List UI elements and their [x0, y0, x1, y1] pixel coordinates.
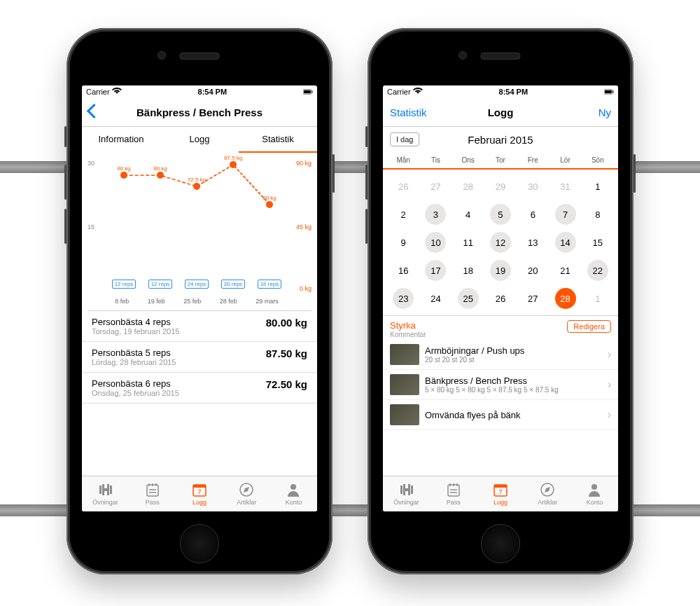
calendar-day[interactable]: 1	[582, 284, 614, 312]
tab-logg[interactable]: 7Logg	[477, 476, 524, 511]
dumbbell-icon	[398, 483, 415, 497]
tab-konto[interactable]: Konto	[571, 476, 618, 511]
calendar-day[interactable]: 21	[549, 256, 581, 284]
exercise-row[interactable]: Armböjningar / Push ups20 st 20 st 20 st…	[383, 340, 618, 370]
calendar-day[interactable]: 29	[484, 172, 517, 200]
exercise-thumbnail	[390, 374, 419, 395]
tab-logg[interactable]: 7Logg	[176, 476, 223, 511]
calendar-day[interactable]: 28	[549, 284, 581, 312]
nav-bar: Bänkpress / Bench Press	[82, 98, 317, 127]
tab-artiklar[interactable]: Artiklar	[524, 476, 571, 511]
calendar-grid[interactable]: 2627282930311234567891011121314151617181…	[383, 170, 618, 316]
svg-rect-7	[104, 488, 107, 491]
person-icon	[286, 483, 300, 497]
calendar-day[interactable]: 12	[484, 228, 517, 256]
phone-left: Carrier 8:54 PM Bänkpress / Bench Press …	[66, 28, 332, 574]
tab-pass[interactable]: Pass	[430, 476, 477, 511]
calendar-day[interactable]: 23	[387, 284, 419, 312]
exercise-row[interactable]: Omvända flyes på bänk ›	[383, 400, 618, 430]
calendar-day[interactable]: 11	[452, 228, 484, 256]
nav-statistik-link[interactable]: Statistik	[390, 106, 427, 118]
calendar-day[interactable]: 26	[484, 284, 517, 312]
svg-rect-5	[107, 484, 109, 495]
status-bar: Carrier 8:54 PM	[383, 85, 618, 98]
svg-rect-18	[403, 484, 405, 495]
svg-rect-2	[312, 90, 312, 92]
home-button[interactable]	[481, 524, 520, 563]
notepad-icon	[145, 483, 160, 497]
tab-ovningar[interactable]: Övningar	[82, 476, 129, 511]
calendar-day[interactable]: 3	[419, 200, 451, 228]
svg-rect-6	[110, 486, 112, 494]
calendar-day[interactable]: 22	[582, 256, 614, 284]
calendar-day[interactable]: 26	[387, 172, 419, 200]
tab-bar: Övningar Pass 7Logg Artiklar Konto	[383, 476, 618, 511]
calendar-day[interactable]: 1	[582, 172, 614, 200]
tab-pass[interactable]: Pass	[129, 476, 176, 511]
svg-rect-22	[448, 485, 459, 496]
calendar-day[interactable]: 20	[517, 256, 549, 284]
calendar-day[interactable]: 17	[419, 256, 451, 284]
svg-rect-3	[99, 486, 102, 494]
calendar-day[interactable]: 18	[452, 256, 484, 284]
tab-ovningar[interactable]: Övningar	[383, 476, 430, 511]
tab-logg[interactable]: Logg	[160, 127, 239, 153]
calendar-day[interactable]: 31	[549, 172, 581, 200]
page-title: Bänkpress / Bench Press	[82, 106, 317, 118]
edit-button[interactable]: Redigera	[567, 320, 611, 333]
svg-text:7: 7	[498, 488, 502, 495]
nav-bar: Statistik Logg Ny	[383, 98, 618, 127]
nav-ny-button[interactable]: Ny	[598, 106, 611, 118]
battery-icon	[604, 88, 614, 95]
day-of-week-row: MånTisOnsTorFreLörSön	[383, 152, 618, 170]
personal-best-row[interactable]: Personbästa 5 repsLördag, 28 februari 20…	[82, 342, 317, 373]
tab-statistik[interactable]: Statistik	[239, 127, 317, 153]
chevron-left-icon	[87, 104, 102, 118]
exercise-row[interactable]: Bänkpress / Bench Press5 × 80 kg 5 × 80 …	[383, 370, 618, 400]
calendar-day[interactable]: 8	[582, 200, 614, 228]
wifi-icon	[413, 88, 423, 95]
back-button[interactable]	[89, 106, 99, 118]
calendar-day[interactable]: 25	[452, 284, 484, 312]
month-title: Februari 2015	[383, 134, 618, 146]
tab-information[interactable]: Information	[82, 127, 160, 153]
personal-best-row[interactable]: Personbästa 4 repsTorsdag, 19 februari 2…	[82, 311, 317, 342]
exercise-thumbnail	[390, 404, 419, 425]
tab-bar: Övningar Pass 7Logg Artiklar Konto	[82, 476, 317, 511]
calendar-icon: 7	[493, 483, 508, 497]
calendar-day[interactable]: 30	[517, 172, 549, 200]
calendar-day[interactable]: 9	[387, 228, 419, 256]
calendar-day[interactable]: 27	[419, 172, 451, 200]
calendar-day[interactable]: 24	[419, 284, 451, 312]
pencil-icon	[239, 483, 253, 497]
home-button[interactable]	[180, 524, 219, 563]
tab-artiklar[interactable]: Artiklar	[223, 476, 270, 511]
calendar-day[interactable]: 7	[549, 200, 581, 228]
calendar-day[interactable]: 14	[549, 228, 581, 256]
x-axis: 8 feb19 feb25 feb28 feb29 mars	[106, 298, 288, 305]
calendar-day[interactable]: 28	[452, 172, 484, 200]
dumbbell-icon	[97, 483, 114, 497]
calendar-day[interactable]: 16	[387, 256, 419, 284]
calendar-day[interactable]: 13	[517, 228, 549, 256]
calendar-day[interactable]: 4	[452, 200, 484, 228]
carrier-label: Carrier	[86, 88, 110, 96]
svg-rect-10	[193, 485, 206, 488]
exercise-thumbnail	[390, 344, 419, 365]
calendar-day[interactable]: 5	[484, 200, 517, 228]
personal-best-row[interactable]: Personbästa 6 repsOnsdag, 25 februari 20…	[82, 373, 317, 404]
svg-rect-17	[400, 486, 402, 494]
calendar-day[interactable]: 2	[387, 200, 419, 228]
calendar-day[interactable]: 6	[517, 200, 549, 228]
wifi-icon	[112, 88, 122, 95]
phone-right: Carrier 8:54 PM Statistik Logg Ny I dag …	[368, 28, 634, 574]
calendar-day[interactable]: 27	[517, 284, 549, 312]
notepad-icon	[446, 483, 461, 497]
svg-rect-4	[102, 484, 104, 495]
svg-rect-1	[304, 90, 311, 93]
calendar-day[interactable]: 19	[484, 256, 517, 284]
tab-konto[interactable]: Konto	[270, 476, 317, 511]
chevron-right-icon: ›	[608, 348, 611, 361]
calendar-day[interactable]: 15	[582, 228, 614, 256]
calendar-day[interactable]: 10	[419, 228, 451, 256]
